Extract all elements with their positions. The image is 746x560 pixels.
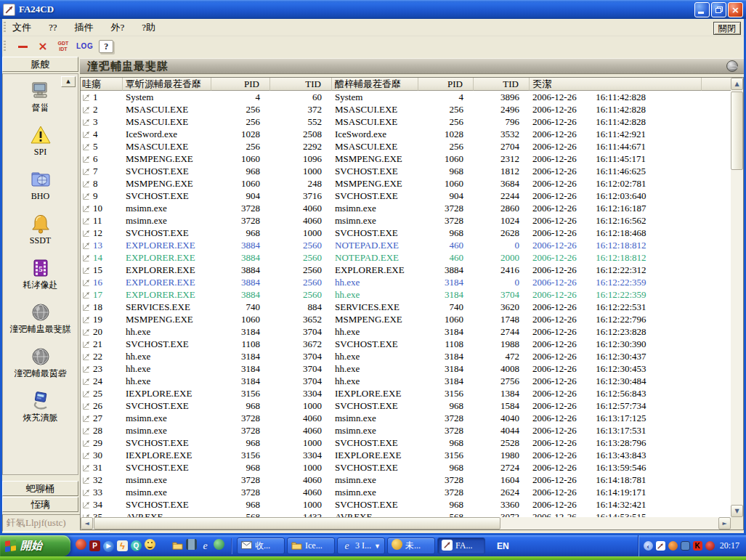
table-row[interactable]: 28 msimn.exe 3728 4060 msimn.exe 3728 40… <box>81 424 731 437</box>
folder-icon[interactable] <box>172 540 183 553</box>
taskbar-task-button[interactable]: Ice... <box>287 537 335 554</box>
media-player-icon[interactable]: ▶ <box>103 540 114 552</box>
moviemaker-icon[interactable] <box>186 539 197 553</box>
sidebar-bottom-button[interactable]: 蚆聊桶 <box>2 481 78 496</box>
sidebar-bottom-button[interactable]: 恎璃 <box>2 497 78 512</box>
scroll-up-button[interactable]: ▲ <box>61 76 76 87</box>
vertical-scrollbar[interactable]: ▲ ▼ <box>731 78 743 517</box>
table-row[interactable]: 22 hh.exe 3184 3704 hh.exe 3184 472 2006… <box>81 350 731 362</box>
table-row[interactable]: 25 IEXPLORE.EXE 3156 3304 IEXPLORE.EXE 3… <box>81 387 731 399</box>
table-row[interactable]: 9 SVCHOST.EXE 904 3716 SVCHOST.EXE 904 2… <box>81 190 731 202</box>
table-row[interactable]: 19 MSMPENG.EXE 1060 3652 MSMPENG.EXE 106… <box>81 313 731 325</box>
ie-icon[interactable]: e <box>200 540 211 552</box>
sidebar-item[interactable]: SSDT <box>3 213 78 245</box>
menu-item[interactable]: 插件 <box>72 20 97 36</box>
minimize-tool-button[interactable] <box>15 39 30 54</box>
table-row[interactable]: 11 msimn.exe 3728 4060 msimn.exe 3728 10… <box>81 214 731 227</box>
column-header-time[interactable]: 奀潔 <box>530 78 702 91</box>
column-header-source-tid[interactable]: TID <box>270 78 332 91</box>
vertical-scroll-thumb[interactable] <box>731 92 743 170</box>
table-row[interactable]: 1 System 4 60 System 4 3896 2006-12-26 1… <box>81 91 731 103</box>
table-row[interactable]: 23 hh.exe 3184 3704 hh.exe 3184 4008 200… <box>81 362 731 375</box>
table-row[interactable]: 8 MSMPENG.EXE 1060 248 MSMPENG.EXE 1060 … <box>81 177 731 190</box>
taskbar-task-button[interactable]: 收... <box>237 537 285 554</box>
msn-icon[interactable] <box>158 537 169 554</box>
table-row[interactable]: 10 msimn.exe 3728 4060 msimn.exe 3728 28… <box>81 202 731 214</box>
scroll-up-arrow[interactable]: ▲ <box>731 78 743 90</box>
sidebar-header-button[interactable]: 脈艘 <box>2 57 78 72</box>
table-row[interactable]: 16 EXPLORER.EXE 3884 2560 hh.exe 3184 0 … <box>81 276 731 288</box>
log-button[interactable]: LOG <box>76 39 93 54</box>
horizontal-scroll-thumb[interactable] <box>94 517 500 529</box>
column-header-target-process[interactable]: 醴梓輔最茬香靡 <box>332 78 418 91</box>
taskbar-task-button[interactable]: 未... <box>387 537 435 554</box>
q-icon[interactable]: Q <box>131 540 142 552</box>
chevron-left-icon[interactable]: ‹ <box>644 541 653 551</box>
column-header-target-pid[interactable]: PID <box>418 78 474 91</box>
table-row[interactable]: 2 MSASCUI.EXE 256 372 MSASCUI.EXE 256 24… <box>81 103 731 115</box>
column-header-target-tid[interactable]: TID <box>474 78 530 91</box>
horizontal-scrollbar[interactable]: ◄ ► <box>81 517 731 529</box>
minimize-button[interactable] <box>694 2 710 17</box>
close-window-button[interactable]: 關閉 <box>713 22 741 35</box>
column-header-index[interactable]: 哇瘍 <box>81 78 123 91</box>
table-row[interactable]: 34 SVCHOST.EXE 968 1000 SVCHOST.EXE 968 … <box>81 498 731 511</box>
table-row[interactable]: 33 msimn.exe 3728 4060 msimn.exe 3728 26… <box>81 486 731 498</box>
sword-tray-icon[interactable] <box>656 541 665 551</box>
p2p-icon[interactable]: P <box>89 540 100 552</box>
fox-tray-icon[interactable] <box>668 541 678 551</box>
table-row[interactable]: 18 SERVICES.EXE 740 884 SERVICES.EXE 740… <box>81 301 731 313</box>
sidebar-item[interactable]: BHO <box>3 169 78 201</box>
sidebar-item[interactable]: SPI <box>3 124 78 157</box>
start-button[interactable]: 開始 <box>0 535 70 556</box>
restore-button[interactable] <box>711 2 726 17</box>
table-row[interactable]: 21 SVCHOST.EXE 1108 3672 SVCHOST.EXE 110… <box>81 338 731 350</box>
table-row[interactable]: 27 msimn.exe 3728 4060 msimn.exe 3728 40… <box>81 412 731 424</box>
table-row[interactable]: 12 SVCHOST.EXE 968 1000 SVCHOST.EXE 968 … <box>81 227 731 239</box>
update-icon[interactable] <box>214 539 224 553</box>
smiley-icon[interactable] <box>145 539 155 553</box>
table-row[interactable]: 20 hh.exe 3184 3704 hh.exe 3184 2744 200… <box>81 325 731 338</box>
column-header-source-pid[interactable]: PID <box>211 78 270 91</box>
sidebar-item[interactable]: 潼弝輔盅最斐腜 <box>3 301 78 334</box>
menu-item[interactable]: 文件 <box>9 20 34 36</box>
sidebar-item[interactable]: 潼弝輔最茵砦 <box>3 346 78 378</box>
scroll-down-arrow[interactable]: ▼ <box>731 505 743 517</box>
scroll-left-arrow[interactable]: ◄ <box>81 517 93 529</box>
table-row[interactable]: 32 msimn.exe 3728 4060 msimn.exe 3728 16… <box>81 474 731 486</box>
sidebar-item[interactable]: 5 耗涍像赴 <box>3 257 78 290</box>
table-row[interactable]: 7 SVCHOST.EXE 968 1000 SVCHOST.EXE 968 1… <box>81 165 731 177</box>
network-tray-icon[interactable] <box>681 541 690 551</box>
taskbar-task-button[interactable]: e 3 I... ▼ <box>337 537 385 554</box>
agent-tray-icon[interactable] <box>705 541 715 551</box>
table-row[interactable]: 30 IEXPLORE.EXE 3156 3304 IEXPLORE.EXE 3… <box>81 449 731 461</box>
scroll-right-arrow[interactable]: ► <box>718 517 731 529</box>
column-header-source-process[interactable]: 覃蚚源輔最茬香靡 <box>123 78 211 91</box>
table-row[interactable]: 5 MSASCUI.EXE 256 2292 MSASCUI.EXE 256 2… <box>81 140 731 153</box>
table-row[interactable]: 31 SVCHOST.EXE 968 1000 SVCHOST.EXE 968 … <box>81 461 731 474</box>
kaspersky-icon[interactable] <box>76 539 86 553</box>
gdt-idt-button[interactable]: GDTIDT <box>56 39 70 54</box>
winamp-icon[interactable]: ϟ <box>117 540 128 552</box>
table-row[interactable]: 26 SVCHOST.EXE 968 1000 SVCHOST.EXE 968 … <box>81 399 731 412</box>
menu-item[interactable]: ?? <box>46 20 60 35</box>
kaspersky-tray-icon[interactable]: K <box>693 541 702 551</box>
sidebar-item[interactable]: 烣艽潰脈 <box>3 390 78 423</box>
table-row[interactable]: 15 EXPLORER.EXE 3884 2560 EXPLORER.EXE 3… <box>81 264 731 276</box>
menu-item[interactable]: 外? <box>108 20 128 36</box>
table-row[interactable]: 17 EXPLORER.EXE 3884 2560 hh.exe 3184 37… <box>81 288 731 301</box>
table-row[interactable]: 6 MSMPENG.EXE 1060 1096 MSMPENG.EXE 1060… <box>81 153 731 165</box>
taskbar-task-button[interactable]: FA... <box>437 537 485 554</box>
table-row[interactable]: 35 AVP.EXE 568 1432 AVP.EXE 568 3072 200… <box>81 511 731 517</box>
delete-tool-button[interactable]: × <box>36 39 50 54</box>
table-row[interactable]: 13 EXPLORER.EXE 3884 2560 NOTEPAD.EXE 46… <box>81 239 731 251</box>
table-row[interactable]: 4 IceSword.exe 1028 2508 IceSword.exe 10… <box>81 128 731 140</box>
table-row[interactable]: 24 hh.exe 3184 3704 hh.exe 3184 2756 200… <box>81 375 731 387</box>
table-row[interactable]: 3 MSASCUI.EXE 256 552 MSASCUI.EXE 256 79… <box>81 115 731 128</box>
help-button[interactable]: ? <box>99 40 113 53</box>
table-row[interactable]: 29 SVCHOST.EXE 968 1000 SVCHOST.EXE 968 … <box>81 437 731 449</box>
menu-item[interactable]: ?助 <box>139 20 158 36</box>
table-row[interactable]: 14 EXPLORER.EXE 3884 2560 NOTEPAD.EXE 46… <box>81 251 731 264</box>
menu-grip[interactable] <box>4 22 6 33</box>
language-indicator[interactable]: EN <box>497 541 509 551</box>
